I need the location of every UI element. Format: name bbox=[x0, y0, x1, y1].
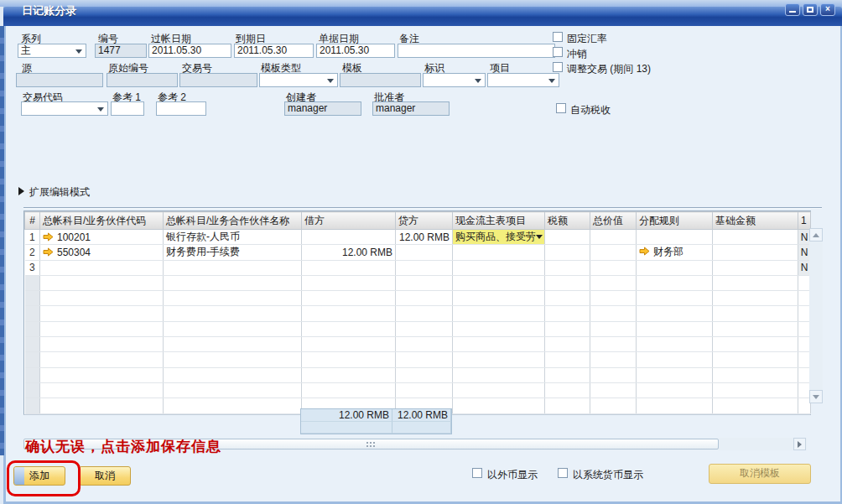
cell-cashflow-item[interactable] bbox=[453, 382, 545, 397]
cell-account-name[interactable] bbox=[164, 382, 302, 397]
cell-tax-amount[interactable] bbox=[545, 321, 590, 336]
cell-distribution-rule[interactable] bbox=[637, 367, 713, 382]
indicator-select[interactable] bbox=[423, 73, 486, 87]
cell-debit[interactable] bbox=[302, 230, 396, 245]
cell-account-code[interactable] bbox=[40, 382, 164, 397]
cell-account-code[interactable] bbox=[40, 367, 164, 382]
cell-row-number[interactable]: 1 bbox=[25, 230, 40, 245]
cell-tax-amount[interactable] bbox=[545, 352, 590, 367]
cell-tax-amount[interactable] bbox=[545, 382, 590, 397]
cell-tax-amount[interactable] bbox=[545, 245, 590, 260]
cell-cashflow-item[interactable] bbox=[453, 275, 545, 290]
cell-credit[interactable] bbox=[396, 275, 453, 290]
posting-date-field[interactable]: 2011.05.30 bbox=[148, 44, 231, 58]
column-header[interactable]: 借方 bbox=[302, 212, 396, 230]
cell-credit[interactable] bbox=[396, 260, 453, 275]
close-button[interactable]: × bbox=[820, 3, 835, 16]
origin-no-field[interactable] bbox=[107, 73, 178, 87]
cell-row-number[interactable] bbox=[25, 367, 40, 382]
cell-distribution-rule[interactable] bbox=[637, 398, 713, 413]
cell-account-name[interactable] bbox=[164, 306, 302, 321]
cell-gross-value[interactable] bbox=[590, 352, 637, 367]
created-by-field[interactable]: manager bbox=[284, 101, 361, 116]
cell-tax-amount[interactable] bbox=[545, 291, 590, 306]
cell-base-amount[interactable] bbox=[713, 230, 798, 245]
column-header[interactable]: 基础金额 bbox=[713, 212, 798, 230]
cell-distribution-rule[interactable] bbox=[637, 352, 713, 367]
cell-cashflow-item[interactable] bbox=[453, 398, 545, 413]
cell-debit[interactable] bbox=[302, 321, 396, 336]
column-header[interactable]: 税额 bbox=[545, 212, 590, 230]
cell-row-number[interactable] bbox=[25, 275, 40, 290]
cell-gross-value[interactable] bbox=[590, 275, 637, 290]
trans-no-field[interactable] bbox=[179, 73, 257, 87]
cell-tax-amount[interactable] bbox=[545, 306, 590, 321]
series-select[interactable]: 主 bbox=[18, 44, 86, 58]
cell-base-amount[interactable] bbox=[713, 367, 798, 382]
cell-credit[interactable] bbox=[396, 306, 453, 321]
scroll-right-button[interactable] bbox=[793, 438, 806, 450]
cell-row-number[interactable] bbox=[25, 306, 40, 321]
cell-account-code[interactable] bbox=[40, 260, 164, 275]
column-header[interactable]: 贷方 bbox=[396, 212, 453, 230]
titlebar[interactable] bbox=[3, 7, 842, 26]
cell-base-amount[interactable] bbox=[713, 337, 798, 352]
cell-account-code[interactable] bbox=[40, 321, 164, 336]
cell-account-code[interactable] bbox=[40, 275, 164, 290]
scroll-up-button[interactable] bbox=[809, 228, 823, 242]
display-fc-checkbox[interactable] bbox=[472, 468, 482, 478]
cell-cashflow-item[interactable] bbox=[453, 321, 545, 336]
link-arrow-icon[interactable] bbox=[43, 247, 54, 257]
cell-tax-amount[interactable] bbox=[545, 230, 590, 245]
cell-cashflow-item[interactable] bbox=[453, 260, 545, 275]
number-field[interactable]: 1477 bbox=[95, 44, 147, 58]
column-header[interactable]: 总帐科目/业务伙伴代码 bbox=[40, 212, 164, 230]
template-field[interactable] bbox=[340, 73, 421, 87]
cell-gross-value[interactable] bbox=[590, 260, 637, 275]
cell-credit[interactable] bbox=[396, 352, 453, 367]
cell-row-number[interactable] bbox=[25, 382, 40, 397]
ref1-field[interactable] bbox=[111, 101, 144, 116]
cell-account-name[interactable]: 银行存款-人民币 bbox=[164, 230, 302, 245]
column-header[interactable]: 总帐科目/业务合作伙伴名称 bbox=[164, 212, 302, 230]
scroll-down-button[interactable] bbox=[809, 390, 823, 403]
cell-distribution-rule[interactable]: 财务部 bbox=[637, 245, 713, 260]
cell-cashflow-item[interactable] bbox=[453, 352, 545, 367]
cell-distribution-rule[interactable] bbox=[637, 382, 713, 397]
due-date-field[interactable]: 2011.05.30 bbox=[234, 44, 314, 58]
cell-account-name[interactable] bbox=[164, 352, 302, 367]
column-header[interactable]: 1 bbox=[798, 212, 811, 230]
cell-account-code[interactable] bbox=[40, 306, 164, 321]
cell-cashflow-item[interactable] bbox=[453, 291, 545, 306]
cell-gross-value[interactable] bbox=[590, 230, 637, 245]
cell-cashflow-item[interactable]: 购买商品、接受劳 bbox=[453, 230, 545, 245]
cell-distribution-rule[interactable] bbox=[637, 230, 713, 245]
cell-debit[interactable] bbox=[302, 306, 396, 321]
cell-account-code[interactable] bbox=[40, 337, 164, 352]
cell-cashflow-item[interactable] bbox=[453, 337, 545, 352]
cell-account-code[interactable] bbox=[40, 291, 164, 306]
cell-distribution-rule[interactable] bbox=[637, 337, 713, 352]
cell-account-name[interactable] bbox=[164, 275, 302, 290]
cell-base-amount[interactable] bbox=[713, 275, 798, 290]
cell-account-code[interactable] bbox=[40, 398, 164, 413]
cell-distribution-rule[interactable] bbox=[637, 275, 713, 290]
cell-account-name[interactable] bbox=[164, 291, 302, 306]
cell-row-number[interactable]: 2 bbox=[25, 245, 40, 260]
cell-account-code[interactable] bbox=[40, 352, 164, 367]
cell-debit[interactable] bbox=[302, 275, 396, 290]
cell-account-name[interactable] bbox=[164, 337, 302, 352]
cell-credit[interactable] bbox=[396, 245, 453, 260]
cell-distribution-rule[interactable] bbox=[637, 260, 713, 275]
origin-field[interactable] bbox=[16, 73, 103, 87]
fixed-rate-checkbox[interactable] bbox=[553, 32, 563, 42]
cell-row-number[interactable]: 3 bbox=[25, 260, 40, 275]
expanded-edit-mode-toggle[interactable]: 扩展编辑模式 bbox=[29, 185, 90, 200]
reverse-checkbox[interactable] bbox=[553, 47, 563, 57]
ref2-field[interactable] bbox=[156, 101, 206, 116]
cell-gross-value[interactable] bbox=[590, 291, 637, 306]
cell-row-number[interactable] bbox=[25, 321, 40, 336]
cell-gross-value[interactable] bbox=[590, 245, 637, 260]
cell-cashflow-item[interactable] bbox=[453, 306, 545, 321]
cell-debit[interactable] bbox=[302, 382, 396, 397]
